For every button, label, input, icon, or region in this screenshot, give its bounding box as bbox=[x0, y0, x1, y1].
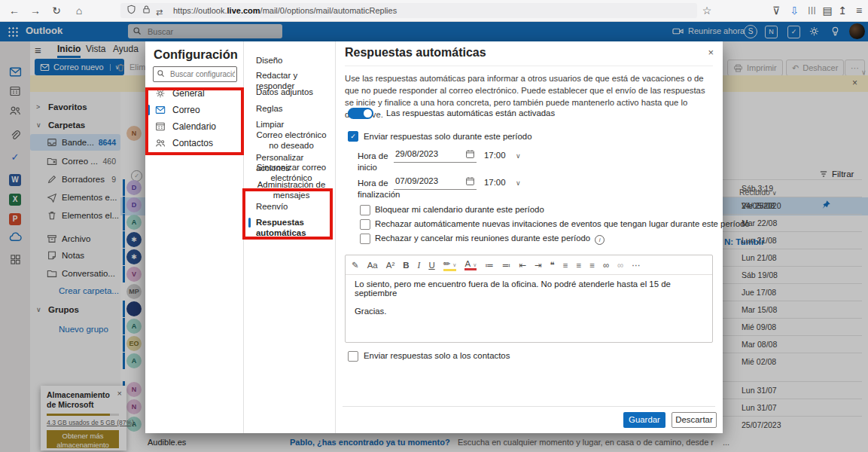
downloads-icon[interactable]: ⇩ bbox=[786, 0, 803, 21]
outlook-page: Outlook Reunirse ahora S N ✓ 2 ✓ W X P ≡… bbox=[0, 21, 868, 452]
bookmark-star-icon[interactable]: ☆ bbox=[699, 0, 715, 21]
browser-toolbar: ← → ↻ ⌂ ⇄ https://outlook.live.com/mail/… bbox=[0, 0, 868, 22]
subnav-item-dise-o[interactable]: Diseño bbox=[243, 55, 335, 66]
share-icon[interactable]: ↥ bbox=[834, 0, 851, 21]
decline-cancel-meetings-checkbox[interactable] bbox=[360, 234, 370, 244]
settings-search-box[interactable] bbox=[153, 66, 237, 82]
format-painter-icon[interactable]: ✎ bbox=[352, 260, 359, 270]
bold-icon[interactable]: B bbox=[403, 261, 409, 270]
subnav-item-correo-electr-nico-no-deseado[interactable]: Correo electrónico no deseado bbox=[243, 130, 335, 151]
align-right-icon[interactable]: ≡ bbox=[589, 261, 595, 270]
browser-menu-icon[interactable]: ≡ bbox=[851, 0, 867, 21]
font-icon[interactable]: Aa bbox=[367, 261, 378, 270]
period-checkbox[interactable]: ✓ bbox=[348, 131, 358, 142]
toggle-label: Las respuestas automáticas están activad… bbox=[386, 108, 555, 118]
shield-icon bbox=[126, 5, 136, 14]
subnav-item-datos-adjuntos[interactable]: Datos adjuntos bbox=[243, 87, 335, 97]
editor-line: Lo siento, pero me encuentro fuera de la… bbox=[355, 279, 701, 298]
save-button[interactable]: Guardar bbox=[623, 412, 665, 428]
browser-home-icon[interactable]: ⌂ bbox=[71, 0, 87, 21]
start-time-label: Hora de inicio bbox=[358, 151, 398, 173]
period-checkbox-label: Enviar respuestas solo durante este perí… bbox=[364, 132, 532, 141]
sidebar-icon[interactable]: ▤ bbox=[819, 0, 836, 21]
bullet-list-icon[interactable]: ≔ bbox=[485, 260, 494, 270]
decline-invitations-checkbox[interactable] bbox=[360, 219, 370, 230]
numbered-list-icon[interactable]: ≕ bbox=[502, 260, 511, 270]
chevron-down-icon[interactable]: ∨ bbox=[452, 262, 456, 267]
editor-body[interactable]: Lo siento, pero me encuentro fuera de la… bbox=[355, 279, 701, 325]
info-icon: i bbox=[595, 235, 605, 245]
calendar-picker-icon[interactable] bbox=[465, 176, 475, 186]
address-bar[interactable]: ⇄ https://outlook.live.com/mail/0/option… bbox=[120, 3, 697, 18]
start-date-field[interactable]: 29/08/2023 bbox=[394, 148, 477, 163]
decline-invitations-label: Rechazar automáticamente nuevas invitaci… bbox=[375, 219, 750, 228]
chevron-down-icon[interactable]: ∨ bbox=[516, 152, 521, 160]
align-left-icon[interactable]: ≡ bbox=[563, 261, 568, 270]
editor-line: Gracias. bbox=[355, 307, 701, 316]
auto-replies-toggle[interactable] bbox=[348, 108, 373, 119]
close-icon[interactable]: × bbox=[708, 47, 714, 58]
block-calendar-label: Bloquear mi calendario durante este perí… bbox=[375, 205, 544, 214]
link-icon[interactable]: ∞ bbox=[603, 261, 609, 270]
lock-icon bbox=[142, 5, 151, 14]
chevron-down-icon[interactable]: ∨ bbox=[516, 179, 521, 187]
pocket-icon[interactable]: ⊽ bbox=[768, 0, 784, 21]
more-icon[interactable]: ⋯ bbox=[632, 260, 641, 270]
annotation-box-auto-replies bbox=[242, 188, 333, 240]
decline-cancel-meetings-label: Rechazar y cancelar mis reuniones durant… bbox=[375, 234, 605, 245]
indent-icon[interactable]: ⇥ bbox=[535, 260, 542, 270]
url-text: https://outlook.live.com/mail/0/options/… bbox=[173, 3, 397, 18]
library-icon[interactable]: ||| bbox=[804, 0, 821, 21]
settings-main-panel: Respuestas automáticas × Use las respues… bbox=[335, 41, 723, 433]
reply-message-editor[interactable]: ✎AaA²BIU✏∨A∨≔≕⇤⇥❝≡≡≡∞∞⋯ Lo siento, pero … bbox=[345, 255, 713, 343]
tracking-toggle-icon[interactable]: ⇄ bbox=[156, 5, 163, 20]
quote-icon[interactable]: ❝ bbox=[550, 260, 555, 270]
settings-search-input[interactable] bbox=[169, 68, 236, 81]
block-calendar-checkbox[interactable] bbox=[360, 205, 370, 215]
end-time-label: Hora de finalización bbox=[358, 178, 398, 200]
calendar-picker-icon[interactable] bbox=[465, 149, 475, 159]
settings-title: Configuración bbox=[154, 47, 238, 62]
search-icon bbox=[157, 69, 165, 78]
align-center-icon[interactable]: ≡ bbox=[576, 261, 581, 270]
chevron-down-icon[interactable]: ∨ bbox=[473, 262, 477, 267]
end-date-field[interactable]: 07/09/2023 bbox=[394, 175, 477, 190]
contacts-only-checkbox[interactable] bbox=[348, 351, 358, 362]
unlink-icon[interactable]: ∞ bbox=[617, 261, 623, 270]
highlight-icon[interactable]: ✏∨ bbox=[443, 258, 457, 271]
discard-button[interactable]: Descartar bbox=[672, 412, 717, 428]
annotation-box-categories bbox=[145, 87, 244, 155]
start-time-field[interactable]: 17:00 bbox=[484, 151, 506, 160]
font-color-icon[interactable]: A∨ bbox=[464, 259, 477, 270]
font-size-icon[interactable]: A² bbox=[386, 261, 395, 270]
contacts-only-label: Enviar respuestas solo a los contactos bbox=[364, 351, 510, 360]
subnav-item-limpiar[interactable]: Limpiar bbox=[243, 119, 335, 130]
italic-icon[interactable]: I bbox=[418, 261, 421, 270]
panel-title: Respuestas automáticas bbox=[345, 46, 486, 60]
subnav-item-reglas[interactable]: Reglas bbox=[243, 103, 335, 114]
browser-reload-icon[interactable]: ↻ bbox=[48, 0, 65, 21]
outdent-icon[interactable]: ⇤ bbox=[519, 260, 526, 270]
editor-toolbar: ✎AaA²BIU✏∨A∨≔≕⇤⇥❝≡≡≡∞∞⋯ bbox=[346, 255, 712, 275]
browser-forward-icon[interactable]: → bbox=[27, 0, 44, 21]
underline-icon[interactable]: U bbox=[428, 261, 434, 270]
end-time-field[interactable]: 17:00 bbox=[484, 178, 506, 187]
browser-back-icon[interactable]: ← bbox=[6, 0, 23, 21]
